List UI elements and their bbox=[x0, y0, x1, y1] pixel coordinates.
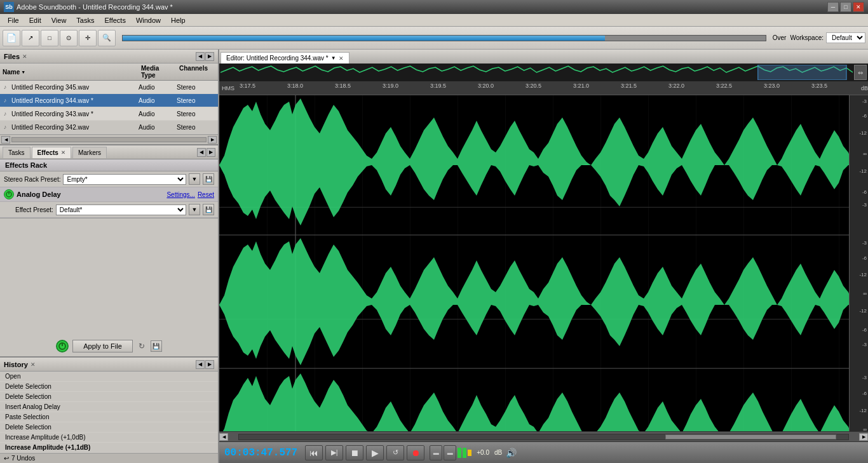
level-meter: ▬ ▬ bbox=[430, 445, 471, 460]
menu-edit[interactable]: Edit bbox=[24, 15, 46, 25]
tab-effects[interactable]: Effects ✕ bbox=[32, 147, 71, 158]
overview-wave[interactable] bbox=[220, 65, 853, 80]
meter-btn2[interactable]: ▬ bbox=[444, 445, 456, 460]
step-back-button[interactable]: ▶| bbox=[325, 445, 343, 460]
history-item-3[interactable]: Insert Analog Delay bbox=[0, 402, 218, 412]
file-icon-3: ♪ bbox=[0, 122, 10, 132]
effect-preset-save[interactable]: 💾 bbox=[203, 204, 214, 215]
menu-help[interactable]: Help bbox=[166, 15, 191, 25]
analog-delay-power[interactable] bbox=[4, 189, 14, 199]
ruler-mark-9: 3:22.0 bbox=[668, 83, 684, 89]
file-row-1[interactable]: ♪ Untitled Recording 344.wav * Audio Ste… bbox=[0, 94, 218, 107]
history-item-6[interactable]: Increase Amplitude (+1,0dB) bbox=[0, 433, 218, 443]
editor-tab-arrow[interactable]: ▼ bbox=[331, 55, 336, 61]
db-mark-1: -3 bbox=[862, 98, 867, 104]
menu-tasks[interactable]: Tasks bbox=[71, 15, 99, 25]
minimize-button[interactable]: ─ bbox=[827, 2, 839, 12]
effects-save-btn[interactable]: 💾 bbox=[151, 340, 162, 352]
menu-view[interactable]: View bbox=[46, 15, 72, 25]
volume-icon[interactable]: 🔊 bbox=[505, 446, 517, 459]
over-label: Over bbox=[773, 34, 787, 41]
col-name-header[interactable]: Name ▼ bbox=[0, 64, 139, 80]
stereo-rack-btn[interactable]: ▼ bbox=[189, 173, 200, 185]
h-scroll-track[interactable] bbox=[238, 434, 849, 440]
effect-preset-btn[interactable]: ▼ bbox=[189, 204, 200, 215]
tab-tasks[interactable]: Tasks bbox=[3, 147, 31, 158]
db-mark-7: -3 bbox=[862, 240, 867, 246]
file-row-0[interactable]: ♪ Untitled Recording 345.wav Audio Stere… bbox=[0, 81, 218, 94]
waveform-canvas[interactable] bbox=[219, 95, 849, 431]
toolbar-select[interactable]: □ bbox=[41, 30, 58, 46]
overview-resize-handle[interactable]: ⇔ bbox=[854, 65, 867, 80]
editor-tab-close[interactable]: ✕ bbox=[339, 55, 344, 62]
maximize-button[interactable]: □ bbox=[840, 2, 851, 12]
waveform-area[interactable]: -3 -6 -12 ∞ -12 -6 -3 -3 -6 -12 ∞ -12 -6… bbox=[219, 95, 868, 431]
loop-button[interactable]: ↺ bbox=[386, 445, 404, 460]
refresh-icon[interactable]: ↻ bbox=[137, 341, 147, 351]
h-scroll-left[interactable]: ◀ bbox=[219, 433, 228, 441]
menu-file[interactable]: File bbox=[3, 15, 24, 25]
effect-preset-select[interactable]: Default* bbox=[56, 205, 186, 215]
db-readout: +0.0 bbox=[477, 449, 489, 456]
ruler-mark-4: 3:19.5 bbox=[430, 83, 446, 89]
menu-effects[interactable]: Effects bbox=[99, 15, 130, 25]
toolbar-move[interactable]: ✛ bbox=[79, 30, 97, 46]
files-panel: Files ✕ ◀ ▶ Name ▼ Media Type Channels bbox=[0, 50, 218, 145]
files-panel-close[interactable]: ✕ bbox=[22, 53, 27, 60]
editor-tab-main[interactable]: Editor: Untitled Recording 344.wav * ▼ ✕ bbox=[220, 52, 349, 64]
menu-window[interactable]: Window bbox=[131, 15, 166, 25]
stereo-rack-row: Stereo Rack Preset: Empty* ▼ 💾 bbox=[0, 171, 218, 187]
workspace-select[interactable]: Default bbox=[826, 32, 865, 43]
close-button[interactable]: ✕ bbox=[853, 2, 864, 12]
toolbar-new[interactable]: 📄 bbox=[3, 30, 20, 46]
history-item-2[interactable]: Delete Selection bbox=[0, 392, 218, 402]
effects-power-toggle[interactable] bbox=[56, 340, 69, 352]
files-panel-right[interactable]: ▶ bbox=[205, 52, 214, 61]
history-item-4[interactable]: Paste Selection bbox=[0, 412, 218, 422]
go-start-button[interactable]: ⏮ bbox=[305, 445, 323, 460]
files-panel-left[interactable]: ◀ bbox=[196, 52, 205, 61]
file-channels-1: Stereo bbox=[177, 97, 218, 104]
h-scroll-thumb[interactable] bbox=[665, 434, 836, 440]
file-row-2[interactable]: ♪ Untitled Recording 343.wav * Audio Ste… bbox=[0, 107, 218, 121]
tab-markers[interactable]: Markers bbox=[72, 147, 107, 158]
ruler-mark-5: 3:20.0 bbox=[478, 83, 494, 89]
h-scrollbar[interactable]: ◀ ▶ bbox=[219, 431, 868, 441]
history-close[interactable]: ✕ bbox=[31, 361, 36, 368]
toolbar-open[interactable]: ↗ bbox=[22, 30, 39, 46]
toolbar-zoom[interactable]: 🔍 bbox=[98, 30, 116, 46]
history-item-0[interactable]: Open bbox=[0, 372, 218, 382]
file-row-3[interactable]: ♪ Untitled Recording 342.wav Audio Stere… bbox=[0, 121, 218, 134]
files-scrollbar[interactable]: ◀ ▶ bbox=[0, 134, 218, 144]
toolbar-lasso[interactable]: ⊙ bbox=[60, 30, 78, 46]
record-button[interactable]: ⏺ bbox=[407, 445, 424, 460]
level-bar-1 bbox=[458, 448, 461, 458]
h-scroll-right[interactable]: ▶ bbox=[859, 433, 868, 441]
menubar: File Edit View Tasks Effects Window Help bbox=[0, 14, 868, 27]
effects-panel-left[interactable]: ◀ bbox=[197, 148, 206, 157]
scroll-left[interactable]: ◀ bbox=[1, 136, 10, 144]
scroll-right[interactable]: ▶ bbox=[208, 136, 217, 144]
scroll-track[interactable] bbox=[11, 137, 207, 142]
file-name-1: Untitled Recording 344.wav * bbox=[10, 97, 139, 104]
ruler-mark-7: 3:21.0 bbox=[573, 83, 589, 89]
settings-link[interactable]: Settings... bbox=[166, 191, 194, 198]
history-item-5[interactable]: Delete Selection bbox=[0, 422, 218, 433]
files-panel-arrows: ◀ ▶ bbox=[196, 52, 214, 61]
history-item-1[interactable]: Delete Selection bbox=[0, 382, 218, 392]
files-header: Files ✕ ◀ ▶ bbox=[0, 50, 218, 64]
apply-to-file-button[interactable]: Apply to File bbox=[72, 340, 133, 352]
stereo-rack-save[interactable]: 💾 bbox=[203, 173, 214, 185]
stereo-rack-select[interactable]: Empty* bbox=[63, 174, 186, 185]
meter-btn1[interactable]: ▬ bbox=[430, 445, 442, 460]
play-button[interactable]: ▶ bbox=[366, 445, 384, 460]
history-arrow-right[interactable]: ▶ bbox=[205, 360, 214, 369]
history-item-7[interactable]: Increase Amplitude (+1,1dB) bbox=[0, 443, 218, 453]
history-arrow-left[interactable]: ◀ bbox=[196, 360, 205, 369]
window-controls: ─ □ ✕ bbox=[827, 2, 864, 12]
effects-panel-right[interactable]: ▶ bbox=[207, 148, 215, 157]
history-footer: ↩ 7 Undos bbox=[0, 453, 218, 463]
tab-effects-close[interactable]: ✕ bbox=[61, 150, 65, 156]
stop-button[interactable]: ⏹ bbox=[346, 445, 363, 460]
reset-link[interactable]: Reset bbox=[198, 191, 214, 198]
